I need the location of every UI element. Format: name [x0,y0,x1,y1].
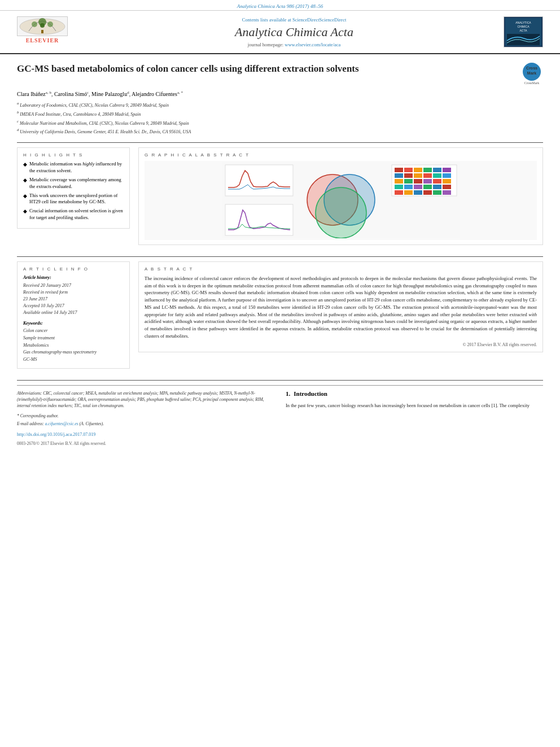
svg-rect-34 [404,179,413,184]
affil-line-a: a Laboratory of Foodomics, CIAL (CSIC), … [17,101,543,109]
svg-rect-27 [395,173,403,178]
svg-rect-45 [395,190,403,195]
left-column: H I G H L I G H T S ◆ Metabolic informat… [17,147,130,252]
keyword-1: Colon cancer [23,327,124,335]
keywords-list: Colon cancer Sample treatment Metabolomi… [23,327,124,364]
svg-rect-21 [395,168,403,172]
abstract-section: A B S T R A C T The increasing incidence… [138,261,543,352]
article-info-section: A R T I C L E I N F O Article history: R… [17,261,130,369]
article-title: GC-MS based metabolomics of colon cancer… [17,63,515,75]
highlights-and-abstract-row: H I G H L I G H T S ◆ Metabolic informat… [17,147,543,252]
history-label: Article history: [23,275,124,280]
info-and-abstract-row: A R T I C L E I N F O Article history: R… [17,261,543,375]
divider-2 [17,256,543,257]
affil-1: a, b [46,90,51,95]
journal-reference: Analytica Chimica Acta 986 (2017) 48–56 [237,3,323,9]
homepage-url[interactable]: www.elsevier.com/locate/aca [285,42,340,47]
top-banner: Analytica Chimica Acta 986 (2017) 48–56 [0,0,560,11]
svg-point-3 [47,21,53,27]
issn-copyright: 0003-2670/© 2017 Elsevier B.V. All right… [17,440,274,447]
crossmark-label: CrossMark [520,81,543,85]
contents-text: Contents lists available at [242,17,291,23]
article-info-col: A R T I C L E I N F O Article history: R… [17,261,130,375]
svg-rect-49 [433,190,441,195]
highlight-text-2: Metabolic coverage was complementary amo… [29,177,124,190]
intro-section-number: 1. [286,390,290,397]
tree-svg [18,18,67,36]
affil-line-d: d University of California Davis, Genome… [17,127,543,136]
journal-cover-area: ANALYTICA CHIMICA ACTA [504,16,549,47]
abbreviations-text: Abbreviations: CRC, colorectal cancer; M… [17,390,274,409]
svg-rect-30 [423,173,432,178]
svg-rect-51 [225,204,293,235]
journal-cover: ANALYTICA CHIMICA ACTA [504,16,543,47]
svg-point-1 [32,21,37,27]
graphical-abstract-image [145,161,537,240]
highlight-text-1: Metabolic information was highly influen… [29,161,124,174]
svg-text:ACTA: ACTA [520,29,528,32]
svg-rect-23 [414,168,422,172]
email-link[interactable]: a.cifuentes@csic.es [45,421,78,426]
svg-rect-16 [225,165,293,196]
elsevier-logo: ELSEVIER [11,16,73,47]
highlight-text-3: This work uncovers the unexplored portio… [29,193,124,206]
keyword-3: Metabolomics [23,342,124,350]
svg-rect-28 [404,173,413,178]
svg-rect-37 [433,179,441,184]
authors-line: Clara Ibáñeza, b, Carolina Simóc, Mine P… [17,90,543,97]
svg-rect-40 [404,185,413,189]
svg-text:Mark: Mark [527,71,536,75]
keywords-label: Keywords: [23,321,124,326]
svg-rect-36 [423,179,432,184]
svg-rect-43 [433,185,441,189]
highlights-section: H I G H L I G H T S ◆ Metabolic informat… [17,147,130,229]
keyword-2: Sample treatment [23,335,124,342]
svg-rect-11 [507,34,540,45]
email-line: E-mail address: a.cifuentes@csic.es (A. … [17,421,274,427]
svg-rect-44 [443,185,451,189]
svg-rect-38 [443,179,451,184]
svg-rect-47 [414,190,422,195]
svg-text:CHIMICA: CHIMICA [517,25,530,28]
svg-rect-31 [433,173,441,178]
doi-section: http://dx.doi.org/10.1016/j.aca.2017.07.… [17,431,274,438]
svg-rect-41 [414,185,422,189]
divider-3 [17,380,543,381]
svg-rect-22 [404,168,413,172]
right-column-top: G R A P H I C A L A B S T R A C T [138,147,543,252]
bullet-4: ◆ [23,208,27,215]
doi-link[interactable]: http://dx.doi.org/10.1016/j.aca.2017.07.… [17,432,95,437]
highlights-label: H I G H L I G H T S [23,152,124,158]
footer-right: 1. Introduction In the past few years, c… [286,390,543,447]
bullet-1: ◆ [23,161,27,168]
email-label: E-mail address: [17,421,44,426]
svg-text:Cross: Cross [526,66,537,70]
author-1: Clara Ibáñez [17,91,46,97]
svg-rect-48 [423,190,432,195]
corresponding-note: * Corresponding author. [17,413,274,419]
svg-rect-5 [41,30,43,33]
highlight-text-4: Crucial information on solvent selection… [29,208,124,221]
affil-line-b: b IMDEA Food Institute, Ctra, Cantoblanc… [17,110,543,118]
graphical-abstract-section: G R A P H I C A L A B S T R A C T [138,147,543,245]
article-info-label: A R T I C L E I N F O [23,267,124,272]
affil-2: c [87,90,89,95]
abstract-text: The increasing incidence of colorectal c… [145,275,537,340]
intro-text: In the past few years, cancer biology re… [286,402,543,409]
keyword-5: GC-MS [23,356,124,364]
abstract-label: A B S T R A C T [145,267,537,272]
cover-svg: ANALYTICA CHIMICA ACTA [504,17,542,47]
bullet-3: ◆ [23,193,27,200]
svg-point-4 [40,23,45,28]
svg-rect-25 [433,168,441,172]
svg-text:ANALYTICA: ANALYTICA [515,21,531,24]
sd-link[interactable]: ScienceDirect [320,17,347,23]
crossmark-icon[interactable]: Cross Mark [523,63,541,81]
highlight-item-2: ◆ Metabolic coverage was complementary a… [23,177,124,190]
svg-rect-29 [414,173,422,178]
author-2: Carolina Simó [54,91,87,97]
logo-graphic [17,16,68,36]
sciencedirect-label: ScienceDirect [292,17,320,23]
sciencedirect-link: Contents lists available at ScienceDirec… [85,17,504,23]
article-content: GC-MS based metabolomics of colon cancer… [0,54,560,455]
